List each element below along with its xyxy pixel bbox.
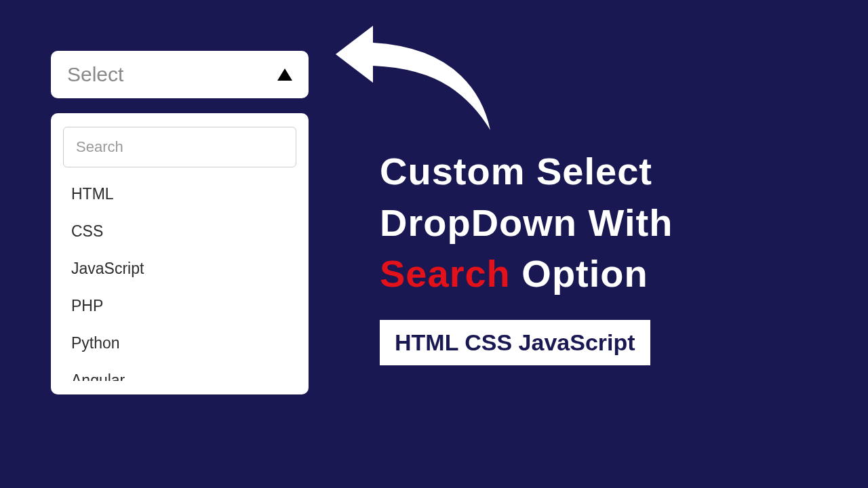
option-item[interactable]: Python (66, 325, 296, 362)
title-line-1: Custom Select (380, 146, 841, 197)
option-item[interactable]: CSS (66, 213, 296, 250)
title-line-3: Search Option (380, 248, 841, 300)
tech-badge-text: HTML CSS JavaScript (395, 329, 635, 355)
title-line-2: DropDown With (380, 197, 841, 249)
dropdown-panel: HTML CSS JavaScript PHP Python Angular (51, 113, 309, 394)
option-item[interactable]: HTML (66, 176, 296, 213)
select-label: Select (67, 63, 123, 86)
arrow-icon (315, 14, 505, 136)
select-header[interactable]: Select (51, 51, 309, 98)
option-item[interactable]: Angular (66, 362, 296, 381)
option-item[interactable]: JavaScript (66, 250, 296, 287)
title-rest: Option (511, 252, 648, 295)
select-dropdown-container: Select HTML CSS JavaScript PHP Python An… (51, 51, 309, 394)
search-input[interactable] (63, 127, 296, 167)
tech-badge: HTML CSS JavaScript (380, 320, 650, 365)
option-item[interactable]: PHP (66, 287, 296, 325)
title-container: Custom Select DropDown With Search Optio… (380, 146, 841, 365)
title-highlight: Search (380, 252, 511, 295)
caret-up-icon (277, 68, 292, 81)
options-list[interactable]: HTML CSS JavaScript PHP Python Angular (63, 176, 296, 384)
